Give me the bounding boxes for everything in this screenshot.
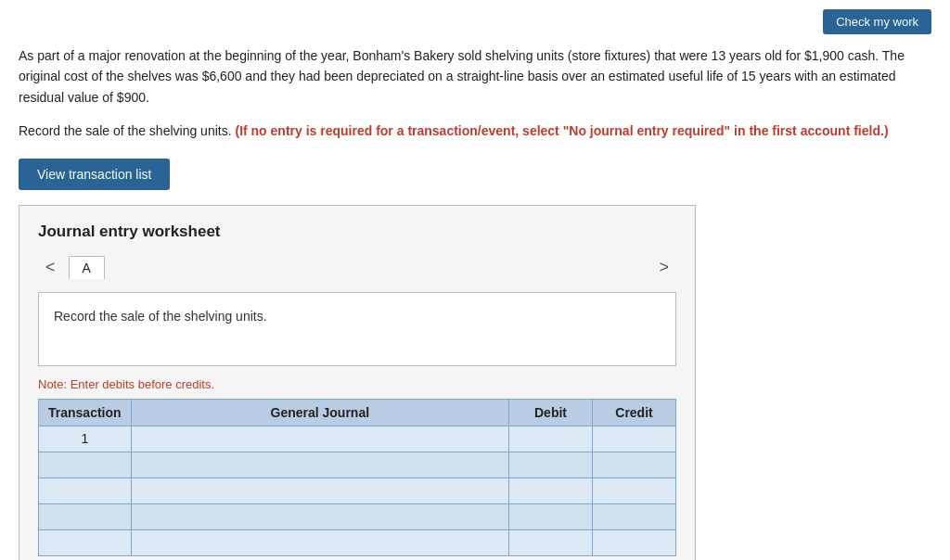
- tab-nav-left-arrow[interactable]: <: [38, 256, 63, 279]
- view-transaction-list-button[interactable]: View transaction list: [19, 159, 170, 190]
- col-header-credit: Credit: [593, 399, 676, 426]
- tab-a[interactable]: A: [69, 256, 105, 279]
- credit-cell-3[interactable]: [593, 477, 676, 503]
- credit-input-1[interactable]: [600, 431, 668, 446]
- transaction-cell-1: 1: [39, 426, 132, 452]
- debit-cell-1[interactable]: [509, 426, 593, 452]
- general-journal-cell-3[interactable]: [131, 477, 508, 503]
- credit-cell-1[interactable]: [593, 426, 676, 452]
- general-journal-input-4[interactable]: [139, 509, 501, 524]
- debit-input-1[interactable]: [517, 431, 584, 446]
- description-text: Record the sale of the shelving units.: [54, 309, 267, 324]
- col-header-transaction: Transaction: [39, 399, 132, 426]
- transaction-cell-5: [39, 529, 132, 555]
- instruction-text: Record the sale of the shelving units. (…: [19, 121, 928, 141]
- credit-input-4[interactable]: [600, 509, 668, 524]
- note-text: Note: Enter debits before credits.: [38, 377, 676, 391]
- general-journal-cell-2[interactable]: [131, 452, 508, 477]
- general-journal-input-2[interactable]: [139, 457, 501, 472]
- tab-navigation: < A >: [38, 256, 676, 279]
- table-row: 1: [39, 426, 676, 452]
- general-journal-input-3[interactable]: [139, 483, 501, 498]
- instruction-prefix: Record the sale of the shelving units.: [19, 123, 235, 138]
- general-journal-cell-4[interactable]: [131, 503, 508, 529]
- credit-input-3[interactable]: [600, 483, 668, 498]
- debit-input-3[interactable]: [517, 483, 584, 498]
- debit-input-5[interactable]: [517, 535, 584, 550]
- general-journal-input-1[interactable]: [139, 431, 501, 446]
- check-my-work-button[interactable]: Check my work: [823, 9, 931, 34]
- debit-cell-4[interactable]: [509, 503, 593, 529]
- credit-cell-4[interactable]: [593, 503, 676, 529]
- credit-cell-5[interactable]: [593, 529, 676, 555]
- col-header-general-journal: General Journal: [131, 399, 508, 426]
- transaction-cell-3: [39, 477, 132, 503]
- problem-body: As part of a major renovation at the beg…: [19, 48, 905, 105]
- debit-input-2[interactable]: [517, 457, 584, 472]
- col-header-debit: Debit: [509, 399, 593, 426]
- general-journal-cell-1[interactable]: [131, 426, 508, 452]
- table-row: [39, 452, 676, 477]
- transaction-cell-2: [39, 452, 132, 477]
- worksheet-title: Journal entry worksheet: [38, 223, 676, 241]
- transaction-cell-4: [39, 503, 132, 529]
- table-row: [39, 477, 676, 503]
- debit-cell-2[interactable]: [509, 452, 593, 477]
- credit-cell-2[interactable]: [593, 452, 676, 477]
- journal-table: Transaction General Journal Debit Credit…: [38, 399, 676, 556]
- debit-input-4[interactable]: [517, 509, 584, 524]
- credit-input-5[interactable]: [600, 535, 668, 550]
- tab-nav-right-arrow[interactable]: >: [651, 256, 676, 279]
- credit-input-2[interactable]: [600, 457, 668, 472]
- general-journal-input-5[interactable]: [139, 535, 501, 550]
- general-journal-cell-5[interactable]: [131, 529, 508, 555]
- description-box: Record the sale of the shelving units.: [38, 292, 676, 366]
- table-row: [39, 503, 676, 529]
- problem-text: As part of a major renovation at the beg…: [19, 45, 928, 108]
- instruction-bold: (If no entry is required for a transacti…: [235, 123, 888, 138]
- journal-entry-worksheet: Journal entry worksheet < A > Record the…: [19, 205, 696, 560]
- debit-cell-3[interactable]: [509, 477, 593, 503]
- debit-cell-5[interactable]: [509, 529, 593, 555]
- table-row: [39, 529, 676, 555]
